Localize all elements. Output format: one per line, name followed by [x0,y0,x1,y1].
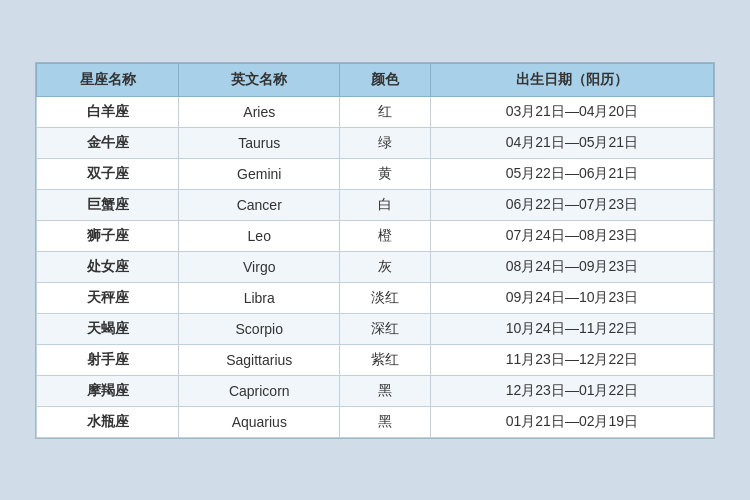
table-header-row: 星座名称 英文名称 颜色 出生日期（阳历） [37,63,714,96]
cell-color: 红 [340,96,431,127]
header-birth-date: 出生日期（阳历） [430,63,713,96]
table-row: 水瓶座Aquarius黑01月21日—02月19日 [37,406,714,437]
cell-dates: 01月21日—02月19日 [430,406,713,437]
cell-dates: 04月21日—05月21日 [430,127,713,158]
cell-color: 灰 [340,251,431,282]
cell-english-name: Libra [179,282,340,313]
cell-chinese-name: 天蝎座 [37,313,179,344]
cell-chinese-name: 双子座 [37,158,179,189]
cell-english-name: Leo [179,220,340,251]
cell-chinese-name: 金牛座 [37,127,179,158]
table-row: 狮子座Leo橙07月24日—08月23日 [37,220,714,251]
table-row: 天秤座Libra淡红09月24日—10月23日 [37,282,714,313]
table-row: 金牛座Taurus绿04月21日—05月21日 [37,127,714,158]
cell-english-name: Aquarius [179,406,340,437]
cell-color: 绿 [340,127,431,158]
zodiac-table-container: 星座名称 英文名称 颜色 出生日期（阳历） 白羊座Aries红03月21日—04… [35,62,715,439]
cell-english-name: Scorpio [179,313,340,344]
cell-color: 黑 [340,375,431,406]
cell-chinese-name: 狮子座 [37,220,179,251]
cell-dates: 11月23日—12月22日 [430,344,713,375]
cell-color: 黄 [340,158,431,189]
table-row: 摩羯座Capricorn黑12月23日—01月22日 [37,375,714,406]
cell-chinese-name: 白羊座 [37,96,179,127]
cell-english-name: Aries [179,96,340,127]
cell-color: 黑 [340,406,431,437]
header-chinese-name: 星座名称 [37,63,179,96]
table-row: 巨蟹座Cancer白06月22日—07月23日 [37,189,714,220]
cell-color: 深红 [340,313,431,344]
table-row: 白羊座Aries红03月21日—04月20日 [37,96,714,127]
cell-color: 白 [340,189,431,220]
cell-dates: 12月23日—01月22日 [430,375,713,406]
cell-chinese-name: 摩羯座 [37,375,179,406]
cell-english-name: Cancer [179,189,340,220]
cell-dates: 08月24日—09月23日 [430,251,713,282]
table-row: 处女座Virgo灰08月24日—09月23日 [37,251,714,282]
cell-chinese-name: 巨蟹座 [37,189,179,220]
header-english-name: 英文名称 [179,63,340,96]
cell-dates: 09月24日—10月23日 [430,282,713,313]
cell-chinese-name: 处女座 [37,251,179,282]
cell-english-name: Capricorn [179,375,340,406]
cell-english-name: Taurus [179,127,340,158]
cell-dates: 07月24日—08月23日 [430,220,713,251]
table-row: 双子座Gemini黄05月22日—06月21日 [37,158,714,189]
cell-english-name: Gemini [179,158,340,189]
cell-chinese-name: 水瓶座 [37,406,179,437]
cell-chinese-name: 天秤座 [37,282,179,313]
cell-english-name: Virgo [179,251,340,282]
cell-dates: 06月22日—07月23日 [430,189,713,220]
cell-dates: 03月21日—04月20日 [430,96,713,127]
cell-color: 橙 [340,220,431,251]
cell-color: 紫红 [340,344,431,375]
table-row: 天蝎座Scorpio深红10月24日—11月22日 [37,313,714,344]
cell-english-name: Sagittarius [179,344,340,375]
cell-chinese-name: 射手座 [37,344,179,375]
zodiac-table: 星座名称 英文名称 颜色 出生日期（阳历） 白羊座Aries红03月21日—04… [36,63,714,438]
table-body: 白羊座Aries红03月21日—04月20日金牛座Taurus绿04月21日—0… [37,96,714,437]
cell-dates: 10月24日—11月22日 [430,313,713,344]
cell-dates: 05月22日—06月21日 [430,158,713,189]
header-color: 颜色 [340,63,431,96]
cell-color: 淡红 [340,282,431,313]
table-row: 射手座Sagittarius紫红11月23日—12月22日 [37,344,714,375]
